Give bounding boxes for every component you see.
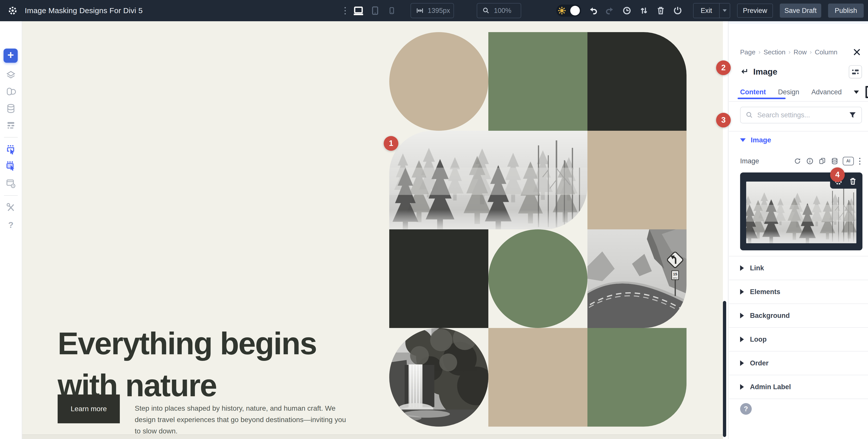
image-delete-trash-icon[interactable]: [849, 177, 857, 185]
page-settings-icon[interactable]: [6, 178, 16, 189]
learn-more-button[interactable]: Learn more: [58, 394, 120, 423]
sort-arrows-icon[interactable]: [639, 5, 649, 16]
tools-icon[interactable]: [6, 202, 16, 213]
save-draft-button[interactable]: Save Draft: [780, 3, 821, 18]
tab-content[interactable]: Content: [740, 88, 766, 96]
image-thumbnail: [746, 181, 856, 243]
preview-button[interactable]: Preview: [737, 3, 773, 18]
canvas-scrollbar[interactable]: [723, 301, 726, 437]
click-mode-icon[interactable]: [6, 144, 16, 155]
panel-top-edge: [728, 21, 868, 24]
design-assets-icon[interactable]: [6, 86, 16, 97]
breadcrumb-section[interactable]: Section: [764, 48, 785, 56]
close-icon: [852, 48, 861, 56]
image-field-label: Image: [740, 157, 759, 165]
collage-beige-rect-mid[interactable]: [587, 131, 686, 229]
chevron-right-icon: [740, 289, 744, 295]
breadcrumb-row[interactable]: Row: [794, 48, 807, 56]
exit-button[interactable]: Exit: [693, 3, 730, 18]
search-input[interactable]: [757, 111, 849, 119]
hero-heading[interactable]: Everything beginswith nature: [58, 322, 401, 406]
hero-heading-line1: Everything begins: [58, 326, 316, 361]
breadcrumb-separator: ›: [788, 49, 790, 56]
hover-mode-icon[interactable]: [6, 160, 16, 171]
accordion-loop[interactable]: Loop: [728, 328, 868, 351]
collage-beige-rect-bottom[interactable]: [488, 328, 587, 427]
exit-dropdown-caret[interactable]: [719, 3, 730, 18]
accordion-background[interactable]: Background: [728, 304, 868, 327]
desktop-view-button[interactable]: [353, 5, 364, 16]
builder-left-rail: + ?: [0, 21, 22, 439]
chevron-right-icon: [740, 384, 744, 390]
field-options-kebab-icon[interactable]: [858, 158, 862, 165]
view-options-kebab-icon[interactable]: [343, 7, 347, 14]
collage-beige-circle[interactable]: [389, 32, 488, 131]
breadcrumb-page[interactable]: Page: [740, 48, 755, 56]
accordion-order[interactable]: Order: [728, 351, 868, 375]
active-tab-underline: [738, 98, 785, 99]
chevron-right-icon: [740, 336, 744, 342]
publish-button[interactable]: Publish: [828, 3, 864, 18]
chevron-right-icon: [740, 360, 744, 366]
trash-icon[interactable]: [656, 5, 666, 16]
close-panel-button[interactable]: [852, 47, 862, 57]
help-button[interactable]: ?: [740, 403, 752, 415]
breadcrumb-separator: ›: [810, 49, 812, 56]
module-preview-box-icon[interactable]: [865, 86, 868, 98]
collage-green-rounded-bottom[interactable]: [587, 328, 686, 427]
builder-settings-gear-icon[interactable]: [8, 5, 18, 16]
theme-toggle[interactable]: [556, 5, 581, 17]
sun-gear-icon: [558, 6, 566, 15]
add-module-button[interactable]: +: [4, 49, 18, 63]
viewport-width-input[interactable]: 1395px: [410, 3, 454, 18]
collage-dark-rect[interactable]: [389, 229, 488, 328]
copy-icon[interactable]: [818, 157, 827, 165]
undo-icon[interactable]: [588, 5, 598, 16]
breadcrumb-separator: ›: [758, 49, 761, 56]
database-icon[interactable]: [6, 103, 16, 114]
collage-waterfall-image[interactable]: [389, 328, 488, 427]
annotation-badge-3: 3: [716, 113, 731, 127]
collage-dark-rounded-top[interactable]: [587, 32, 686, 131]
collage-forest-image[interactable]: [389, 131, 587, 229]
breadcrumb-column[interactable]: Column: [815, 48, 837, 56]
phone-view-button[interactable]: [387, 5, 397, 16]
redo-icon[interactable]: [605, 5, 615, 16]
help-icon[interactable]: ?: [6, 220, 16, 230]
settings-search-box[interactable]: [740, 107, 862, 123]
dynamic-content-database-icon[interactable]: [830, 157, 839, 165]
zoom-magnifier-icon: [482, 7, 490, 14]
chevron-down-icon: [740, 138, 746, 142]
module-settings-panel: Page› Section› Row› Column Image Content…: [728, 21, 868, 439]
accordion-admin-label[interactable]: Admin Label: [728, 375, 868, 399]
tabs-dropdown-caret-icon[interactable]: [854, 90, 859, 94]
exit-label: Exit: [693, 3, 719, 18]
tablet-view-button[interactable]: [370, 5, 380, 16]
back-arrow-icon[interactable]: [740, 67, 749, 76]
hero-paragraph[interactable]: Step into places shaped by history, natu…: [135, 403, 352, 437]
collage-green-rect-top[interactable]: [488, 32, 587, 131]
reset-icon[interactable]: [793, 157, 802, 165]
layers-icon[interactable]: [6, 70, 16, 80]
fields-list-icon[interactable]: [6, 120, 16, 130]
collage-road-image[interactable]: [587, 229, 686, 328]
zoom-level-input[interactable]: 100%: [477, 3, 521, 18]
image-upload-card[interactable]: [740, 173, 862, 250]
history-clock-icon[interactable]: [622, 5, 632, 16]
collage-green-circle[interactable]: [488, 229, 587, 328]
tab-advanced[interactable]: Advanced: [811, 88, 842, 96]
image-section-toggle[interactable]: Image: [740, 136, 771, 144]
power-icon[interactable]: [673, 5, 683, 16]
ai-button[interactable]: AI: [843, 157, 854, 165]
chevron-right-icon: [740, 313, 744, 318]
accordion-link[interactable]: Link: [728, 256, 868, 280]
info-icon[interactable]: [806, 157, 814, 165]
accordion-elements[interactable]: Elements: [728, 280, 868, 303]
filter-funnel-icon[interactable]: [849, 111, 856, 119]
toggle-knob: [570, 6, 580, 16]
search-icon: [746, 111, 753, 119]
panel-dock-button[interactable]: [849, 65, 862, 78]
page-title: Image Masking Designs For Divi 5: [25, 6, 143, 15]
tab-design[interactable]: Design: [778, 88, 799, 96]
width-arrows-icon: [416, 7, 424, 14]
